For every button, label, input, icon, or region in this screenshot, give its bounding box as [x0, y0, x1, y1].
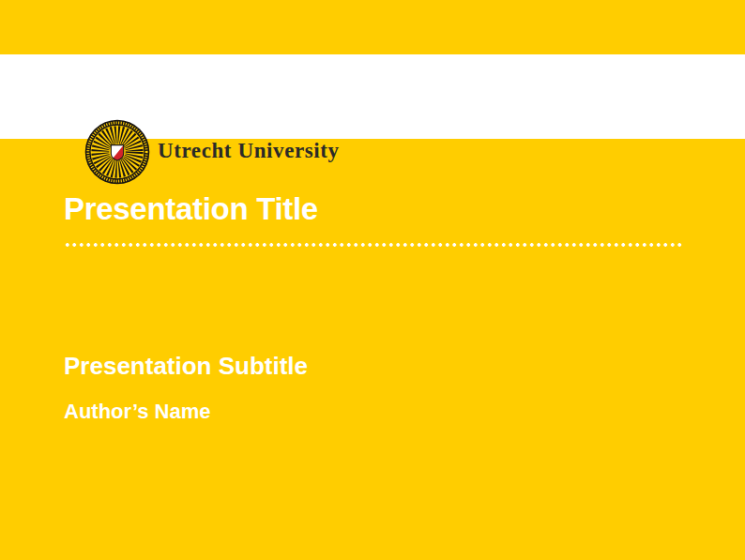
title-slide: Utrecht University Presentation Title Pr… — [0, 0, 745, 560]
author-name: Author’s Name — [64, 401, 210, 423]
top-yellow-band — [0, 0, 745, 54]
utrecht-university-seal-icon — [84, 119, 150, 185]
presentation-subtitle: Presentation Subtitle — [64, 353, 308, 380]
dotted-separator — [64, 242, 683, 248]
logo-band: Utrecht University — [0, 54, 745, 139]
presentation-title: Presentation Title — [64, 192, 318, 226]
university-wordmark: Utrecht University — [158, 109, 340, 193]
